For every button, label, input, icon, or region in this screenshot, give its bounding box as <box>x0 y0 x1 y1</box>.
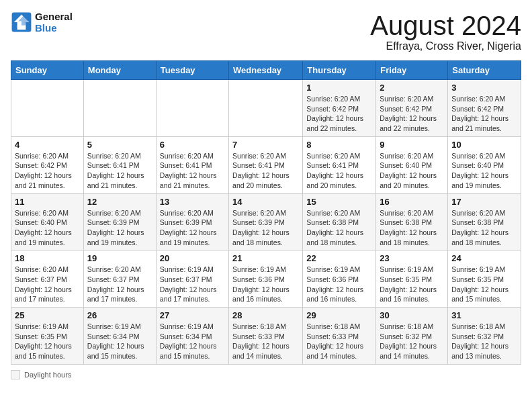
calendar-cell: 3Sunrise: 6:20 AM Sunset: 6:42 PM Daylig… <box>448 80 521 137</box>
day-number: 16 <box>380 197 444 207</box>
day-number: 14 <box>232 197 299 207</box>
calendar-cell: 10Sunrise: 6:20 AM Sunset: 6:40 PM Dayli… <box>448 136 521 193</box>
logo: General Blue <box>11 11 73 34</box>
day-info: Sunrise: 6:18 AM Sunset: 6:33 PM Dayligh… <box>232 322 299 361</box>
day-number: 17 <box>451 197 517 207</box>
calendar-week: 25Sunrise: 6:19 AM Sunset: 6:35 PM Dayli… <box>11 308 521 365</box>
calendar-header: SundayMondayTuesdayWednesdayThursdayFrid… <box>11 61 521 80</box>
calendar-cell: 15Sunrise: 6:20 AM Sunset: 6:38 PM Dayli… <box>303 193 376 250</box>
day-number: 5 <box>87 140 152 150</box>
calendar-cell: 30Sunrise: 6:18 AM Sunset: 6:32 PM Dayli… <box>376 308 448 365</box>
calendar-cell: 5Sunrise: 6:20 AM Sunset: 6:41 PM Daylig… <box>83 136 156 193</box>
day-number: 4 <box>15 140 80 150</box>
calendar-title: August 2024 <box>370 11 521 40</box>
day-number: 11 <box>15 197 80 207</box>
day-info: Sunrise: 6:19 AM Sunset: 6:34 PM Dayligh… <box>160 322 225 361</box>
calendar-cell <box>11 80 84 137</box>
day-info: Sunrise: 6:20 AM Sunset: 6:38 PM Dayligh… <box>306 208 372 248</box>
day-info: Sunrise: 6:20 AM Sunset: 6:42 PM Dayligh… <box>15 151 80 191</box>
day-number: 22 <box>306 253 372 263</box>
calendar-cell: 6Sunrise: 6:20 AM Sunset: 6:41 PM Daylig… <box>156 136 228 193</box>
day-info: Sunrise: 6:20 AM Sunset: 6:38 PM Dayligh… <box>451 208 517 248</box>
logo-icon <box>11 11 32 33</box>
day-info: Sunrise: 6:20 AM Sunset: 6:37 PM Dayligh… <box>87 265 152 304</box>
day-info: Sunrise: 6:20 AM Sunset: 6:41 PM Dayligh… <box>232 151 299 191</box>
calendar-week: 11Sunrise: 6:20 AM Sunset: 6:40 PM Dayli… <box>11 193 521 250</box>
calendar-cell: 17Sunrise: 6:20 AM Sunset: 6:38 PM Dayli… <box>448 193 521 250</box>
day-number: 3 <box>451 83 517 93</box>
logo-text: General Blue <box>35 11 73 34</box>
day-info: Sunrise: 6:19 AM Sunset: 6:37 PM Dayligh… <box>160 265 225 304</box>
daylight-label: Daylight hours <box>24 371 71 379</box>
calendar-week: 4Sunrise: 6:20 AM Sunset: 6:42 PM Daylig… <box>11 136 521 193</box>
day-info: Sunrise: 6:19 AM Sunset: 6:36 PM Dayligh… <box>306 265 372 304</box>
day-info: Sunrise: 6:18 AM Sunset: 6:32 PM Dayligh… <box>451 322 517 361</box>
day-number: 23 <box>380 253 444 263</box>
day-info: Sunrise: 6:19 AM Sunset: 6:35 PM Dayligh… <box>380 265 444 304</box>
calendar-week: 1Sunrise: 6:20 AM Sunset: 6:42 PM Daylig… <box>11 80 521 137</box>
header-day: Friday <box>376 61 448 80</box>
calendar-cell: 19Sunrise: 6:20 AM Sunset: 6:37 PM Dayli… <box>83 250 156 308</box>
day-info: Sunrise: 6:18 AM Sunset: 6:32 PM Dayligh… <box>380 322 444 361</box>
day-number: 25 <box>15 310 80 320</box>
calendar-cell: 23Sunrise: 6:19 AM Sunset: 6:35 PM Dayli… <box>376 250 448 308</box>
day-info: Sunrise: 6:20 AM Sunset: 6:41 PM Dayligh… <box>306 151 372 191</box>
day-number: 1 <box>306 83 372 93</box>
calendar-cell: 28Sunrise: 6:18 AM Sunset: 6:33 PM Dayli… <box>229 308 303 365</box>
day-info: Sunrise: 6:20 AM Sunset: 6:41 PM Dayligh… <box>87 151 152 191</box>
day-info: Sunrise: 6:20 AM Sunset: 6:40 PM Dayligh… <box>15 208 80 248</box>
header-day: Wednesday <box>229 61 303 80</box>
calendar-cell: 16Sunrise: 6:20 AM Sunset: 6:38 PM Dayli… <box>376 193 448 250</box>
day-number: 29 <box>306 310 372 320</box>
day-info: Sunrise: 6:20 AM Sunset: 6:42 PM Dayligh… <box>451 94 517 134</box>
calendar-cell: 13Sunrise: 6:20 AM Sunset: 6:39 PM Dayli… <box>156 193 228 250</box>
calendar-table: SundayMondayTuesdayWednesdayThursdayFrid… <box>11 60 521 365</box>
day-info: Sunrise: 6:19 AM Sunset: 6:35 PM Dayligh… <box>451 265 517 304</box>
title-area: August 2024 Effraya, Cross River, Nigeri… <box>370 11 521 52</box>
day-info: Sunrise: 6:19 AM Sunset: 6:36 PM Dayligh… <box>232 265 299 304</box>
day-number: 2 <box>380 83 444 93</box>
day-info: Sunrise: 6:18 AM Sunset: 6:33 PM Dayligh… <box>306 322 372 361</box>
day-number: 9 <box>380 140 444 150</box>
calendar-cell: 27Sunrise: 6:19 AM Sunset: 6:34 PM Dayli… <box>156 308 228 365</box>
page-header: General Blue August 2024 Effraya, Cross … <box>11 11 521 52</box>
calendar-body: 1Sunrise: 6:20 AM Sunset: 6:42 PM Daylig… <box>11 80 521 365</box>
calendar-cell: 1Sunrise: 6:20 AM Sunset: 6:42 PM Daylig… <box>303 80 376 137</box>
day-number: 30 <box>380 310 444 320</box>
day-number: 20 <box>160 253 225 263</box>
day-info: Sunrise: 6:19 AM Sunset: 6:35 PM Dayligh… <box>15 322 80 361</box>
header-day: Monday <box>83 61 156 80</box>
calendar-cell: 22Sunrise: 6:19 AM Sunset: 6:36 PM Dayli… <box>303 250 376 308</box>
calendar-cell: 4Sunrise: 6:20 AM Sunset: 6:42 PM Daylig… <box>11 136 84 193</box>
daylight-box-icon <box>11 370 20 379</box>
calendar-cell: 26Sunrise: 6:19 AM Sunset: 6:34 PM Dayli… <box>83 308 156 365</box>
day-number: 27 <box>160 310 225 320</box>
day-number: 8 <box>306 140 372 150</box>
calendar-cell <box>229 80 303 137</box>
day-number: 28 <box>232 310 299 320</box>
calendar-cell: 9Sunrise: 6:20 AM Sunset: 6:40 PM Daylig… <box>376 136 448 193</box>
header-day: Saturday <box>448 61 521 80</box>
calendar-week: 18Sunrise: 6:20 AM Sunset: 6:37 PM Dayli… <box>11 250 521 308</box>
day-info: Sunrise: 6:20 AM Sunset: 6:40 PM Dayligh… <box>380 151 444 191</box>
day-info: Sunrise: 6:20 AM Sunset: 6:40 PM Dayligh… <box>451 151 517 191</box>
calendar-cell: 2Sunrise: 6:20 AM Sunset: 6:42 PM Daylig… <box>376 80 448 137</box>
header-day: Tuesday <box>156 61 228 80</box>
day-number: 21 <box>232 253 299 263</box>
day-info: Sunrise: 6:20 AM Sunset: 6:38 PM Dayligh… <box>380 208 444 248</box>
day-number: 26 <box>87 310 152 320</box>
calendar-cell: 12Sunrise: 6:20 AM Sunset: 6:39 PM Dayli… <box>83 193 156 250</box>
day-number: 6 <box>160 140 225 150</box>
calendar-cell: 18Sunrise: 6:20 AM Sunset: 6:37 PM Dayli… <box>11 250 84 308</box>
calendar-cell: 24Sunrise: 6:19 AM Sunset: 6:35 PM Dayli… <box>448 250 521 308</box>
day-info: Sunrise: 6:19 AM Sunset: 6:34 PM Dayligh… <box>87 322 152 361</box>
calendar-cell: 8Sunrise: 6:20 AM Sunset: 6:41 PM Daylig… <box>303 136 376 193</box>
calendar-cell: 25Sunrise: 6:19 AM Sunset: 6:35 PM Dayli… <box>11 308 84 365</box>
day-info: Sunrise: 6:20 AM Sunset: 6:42 PM Dayligh… <box>380 94 444 134</box>
day-number: 13 <box>160 197 225 207</box>
day-info: Sunrise: 6:20 AM Sunset: 6:41 PM Dayligh… <box>160 151 225 191</box>
header-day: Sunday <box>11 61 84 80</box>
calendar-cell: 21Sunrise: 6:19 AM Sunset: 6:36 PM Dayli… <box>229 250 303 308</box>
day-number: 18 <box>15 253 80 263</box>
footer: Daylight hours <box>11 370 521 379</box>
